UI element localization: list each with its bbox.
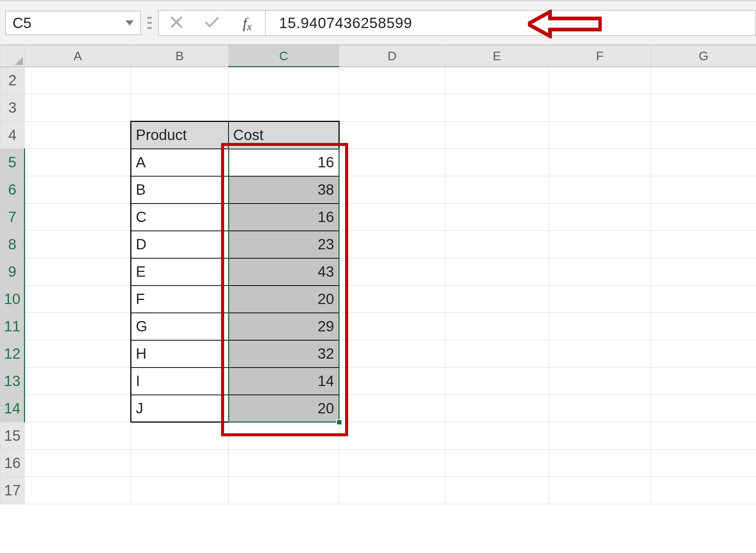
cell-D16[interactable]	[339, 450, 445, 477]
cancel-button[interactable]	[159, 11, 194, 35]
row-header-12[interactable]: 12	[0, 340, 25, 368]
cell-F3[interactable]	[549, 94, 651, 122]
cell-A9[interactable]	[25, 258, 131, 286]
cell-B11[interactable]: G	[131, 313, 228, 340]
cell-E9[interactable]	[445, 258, 549, 286]
cell-A7[interactable]	[25, 204, 131, 231]
column-header-D[interactable]: D	[339, 45, 445, 67]
column-header-F[interactable]: F	[549, 45, 651, 67]
cell-E11[interactable]	[445, 313, 549, 340]
cell-G10[interactable]	[651, 286, 756, 313]
cell-F10[interactable]	[549, 286, 651, 313]
cell-D7[interactable]	[339, 204, 445, 231]
cell-D6[interactable]	[339, 176, 445, 204]
row-header-2[interactable]: 2	[0, 67, 25, 94]
cell-G6[interactable]	[651, 176, 756, 204]
cell-E7[interactable]	[445, 204, 549, 231]
cell-F9[interactable]	[549, 258, 651, 286]
cell-D8[interactable]	[339, 231, 445, 258]
cell-G7[interactable]	[651, 204, 756, 231]
cell-G8[interactable]	[651, 231, 756, 258]
row-header-16[interactable]: 16	[0, 450, 25, 477]
cell-C17[interactable]	[228, 477, 339, 504]
cell-C5[interactable]: 16	[228, 149, 339, 176]
cell-G16[interactable]	[651, 450, 756, 477]
cell-D10[interactable]	[339, 286, 445, 313]
column-header-C[interactable]: C	[228, 45, 339, 67]
cell-E2[interactable]	[445, 67, 549, 94]
row-header-5[interactable]: 5	[0, 149, 25, 176]
row-header-10[interactable]: 10	[0, 286, 25, 313]
cell-C11[interactable]: 29	[228, 313, 339, 340]
cell-F16[interactable]	[549, 450, 651, 477]
cell-G17[interactable]	[651, 477, 756, 504]
cell-C7[interactable]: 16	[228, 204, 339, 231]
cell-D12[interactable]	[339, 340, 445, 368]
cell-A13[interactable]	[25, 368, 131, 395]
cell-F5[interactable]	[549, 149, 651, 176]
cell-G15[interactable]	[651, 422, 756, 450]
cell-C8[interactable]: 23	[228, 231, 339, 258]
row-header-9[interactable]: 9	[0, 258, 25, 286]
cell-E14[interactable]	[445, 395, 549, 422]
cell-G4[interactable]	[651, 122, 756, 149]
cell-C12[interactable]: 32	[228, 340, 339, 368]
cell-B14[interactable]: J	[131, 395, 228, 422]
cell-A16[interactable]	[25, 450, 131, 477]
row-header-8[interactable]: 8	[0, 231, 25, 258]
cell-B8[interactable]: D	[131, 231, 228, 258]
cell-E6[interactable]	[445, 176, 549, 204]
cell-E15[interactable]	[445, 422, 549, 450]
cell-B9[interactable]: E	[131, 258, 228, 286]
cell-D17[interactable]	[339, 477, 445, 504]
name-box[interactable]: C5	[5, 11, 141, 35]
cell-G2[interactable]	[651, 67, 756, 94]
cell-C10[interactable]: 20	[228, 286, 339, 313]
cell-F7[interactable]	[549, 204, 651, 231]
cell-A6[interactable]	[25, 176, 131, 204]
cell-E12[interactable]	[445, 340, 549, 368]
cell-A4[interactable]	[25, 122, 131, 149]
cell-B3[interactable]	[131, 94, 228, 122]
row-header-13[interactable]: 13	[0, 368, 25, 395]
cell-B15[interactable]	[131, 422, 228, 450]
cell-A8[interactable]	[25, 231, 131, 258]
cell-G14[interactable]	[651, 395, 756, 422]
cell-F8[interactable]	[549, 231, 651, 258]
cell-B16[interactable]	[131, 450, 228, 477]
cell-F17[interactable]	[549, 477, 651, 504]
cell-A15[interactable]	[25, 422, 131, 450]
row-header-3[interactable]: 3	[0, 94, 25, 122]
cell-G13[interactable]	[651, 368, 756, 395]
cell-F14[interactable]	[549, 395, 651, 422]
spreadsheet-grid[interactable]: A B C D E F G 2 3 4 Product Cost 5 A 16 …	[0, 45, 756, 504]
column-header-G[interactable]: G	[651, 45, 756, 67]
cell-E8[interactable]	[445, 231, 549, 258]
cell-D4[interactable]	[339, 122, 445, 149]
cell-D13[interactable]	[339, 368, 445, 395]
cell-F13[interactable]	[549, 368, 651, 395]
cell-E13[interactable]	[445, 368, 549, 395]
cell-B17[interactable]	[131, 477, 228, 504]
cell-F6[interactable]	[549, 176, 651, 204]
cell-D11[interactable]	[339, 313, 445, 340]
insert-function-button[interactable]: fx	[230, 11, 265, 35]
select-all-corner[interactable]	[0, 45, 25, 67]
row-header-17[interactable]: 17	[0, 477, 25, 504]
cell-G3[interactable]	[651, 94, 756, 122]
cell-E10[interactable]	[445, 286, 549, 313]
cell-B4[interactable]: Product	[131, 122, 228, 149]
cell-A12[interactable]	[25, 340, 131, 368]
cell-G5[interactable]	[651, 149, 756, 176]
cell-D5[interactable]	[339, 149, 445, 176]
cell-B12[interactable]: H	[131, 340, 228, 368]
cell-D15[interactable]	[339, 422, 445, 450]
cell-A5[interactable]	[25, 149, 131, 176]
cell-B2[interactable]	[131, 67, 228, 94]
cell-B6[interactable]: B	[131, 176, 228, 204]
cell-B5[interactable]: A	[131, 149, 228, 176]
cell-C9[interactable]: 43	[228, 258, 339, 286]
cell-C14[interactable]: 20	[228, 395, 339, 422]
cell-F2[interactable]	[549, 67, 651, 94]
cell-C4[interactable]: Cost	[228, 122, 339, 149]
